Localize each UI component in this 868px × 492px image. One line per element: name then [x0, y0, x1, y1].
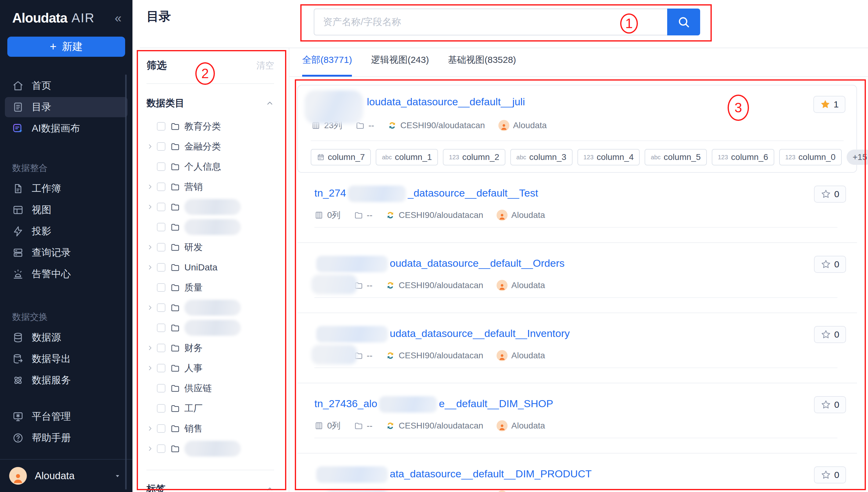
category-checkbox[interactable] — [157, 283, 166, 292]
sidebar-item-catalog[interactable]: 目录 — [5, 97, 128, 117]
sidebar-item-alert-center[interactable]: 告警中心 — [5, 264, 128, 284]
column-tag-label: column_0 — [798, 152, 835, 162]
category-tree-row[interactable] — [147, 439, 274, 459]
column-tag[interactable]: 123column_0 — [779, 149, 842, 166]
category-checkbox[interactable] — [157, 142, 166, 151]
sidebar-item-home[interactable]: 首页 — [5, 76, 128, 96]
category-tree-row[interactable] — [147, 197, 274, 217]
category-tree-row[interactable]: 销售 — [147, 418, 274, 439]
column-tag[interactable]: 123column_6 — [712, 149, 774, 166]
category-tree-row[interactable]: 个人信息 — [147, 156, 274, 177]
chevron-right-icon[interactable] — [147, 244, 154, 251]
category-tree-row[interactable]: 质量 — [147, 277, 274, 298]
column-tag-label: column_7 — [328, 152, 365, 162]
category-tree-row[interactable]: 供应链 — [147, 378, 274, 398]
category-checkbox[interactable] — [157, 122, 166, 131]
category-tree-row[interactable]: 工厂 — [147, 398, 274, 418]
category-checkbox[interactable] — [157, 182, 166, 191]
column-tag[interactable]: abccolumn_3 — [510, 149, 573, 166]
category-tree-row[interactable]: 教育分类 — [147, 116, 274, 137]
sidebar-item-datasource[interactable]: 数据源 — [5, 327, 128, 348]
chevron-right-icon[interactable] — [147, 425, 154, 432]
search-input[interactable] — [314, 8, 667, 35]
category-checkbox[interactable] — [157, 243, 166, 251]
chevron-right-icon[interactable] — [147, 264, 154, 271]
favorite-button[interactable]: 0 — [814, 256, 846, 273]
redacted-text — [316, 256, 388, 272]
sidebar-collapse-icon[interactable]: « — [115, 12, 122, 24]
tab-1[interactable]: 逻辑视图(243) — [371, 54, 429, 77]
chevron-right-icon[interactable] — [147, 364, 154, 372]
folder-path: -- — [354, 421, 373, 430]
tab-0[interactable]: 全部(83771) — [302, 54, 352, 77]
filter-clear-button[interactable]: 清空 — [256, 59, 274, 72]
category-tree-row[interactable] — [147, 318, 274, 338]
category-checkbox[interactable] — [157, 303, 166, 312]
new-button[interactable]: + 新建 — [7, 36, 125, 57]
category-tree-row[interactable]: UniData — [147, 257, 274, 277]
category-checkbox[interactable] — [157, 384, 166, 393]
asset-title-link[interactable]: oudata_datasource__default__Orders — [314, 256, 565, 272]
category-tree-row[interactable]: 金融分类 — [147, 137, 274, 156]
sidebar-item-ai-canvas[interactable]: AI数据画布 — [5, 118, 128, 139]
column-tag[interactable]: column_7 — [311, 149, 371, 166]
asset-title-link[interactable]: udata_datasource__default__Inventory — [314, 326, 570, 342]
category-tree-row[interactable] — [147, 217, 274, 237]
sidebar-item-view[interactable]: 视图 — [5, 200, 128, 220]
chevron-right-icon[interactable] — [147, 183, 154, 191]
column-tag[interactable]: 123column_4 — [577, 149, 640, 166]
more-tags-badge[interactable]: +15 — [847, 150, 868, 165]
favorite-button[interactable]: 0 — [814, 396, 846, 413]
sidebar-item-query-log[interactable]: 查询记录 — [5, 243, 128, 263]
category-tree-row[interactable]: 研发 — [147, 237, 274, 257]
asset-title-link[interactable]: tn_274_datasource__default__Test — [314, 186, 538, 202]
favorite-button[interactable]: 0 — [814, 186, 846, 203]
chevron-right-icon[interactable] — [147, 445, 154, 452]
star-icon — [821, 470, 831, 480]
asset-title-link[interactable]: ata_datasource__default__DIM_PRODUCT — [314, 466, 592, 483]
sidebar-item-help[interactable]: 帮助手册 — [5, 428, 128, 448]
sidebar-item-platform[interactable]: 平台管理 — [5, 407, 128, 427]
category-checkbox[interactable] — [157, 404, 166, 413]
category-checkbox[interactable] — [157, 344, 166, 352]
category-checkbox[interactable] — [157, 223, 166, 231]
favorite-button[interactable]: 0 — [814, 326, 846, 343]
column-tag-label: column_6 — [731, 152, 768, 162]
column-tag[interactable]: 123column_2 — [443, 149, 505, 166]
category-tree-row[interactable]: 人事 — [147, 358, 274, 378]
column-tag[interactable]: abccolumn_1 — [376, 149, 438, 166]
user-menu[interactable]: Aloudata — [0, 460, 132, 492]
chevron-up-icon[interactable] — [266, 99, 274, 107]
owner-avatar — [497, 420, 507, 431]
category-tree-row[interactable]: 财务 — [147, 338, 274, 358]
category-label: 财务 — [184, 342, 203, 354]
favorite-button[interactable]: 0 — [814, 466, 846, 484]
sidebar-item-workbook[interactable]: 工作簿 — [5, 178, 128, 199]
category-checkbox[interactable] — [157, 163, 166, 171]
sidebar-item-data-service[interactable]: 数据服务 — [5, 370, 128, 390]
category-tree-row[interactable] — [147, 298, 274, 318]
sidebar-item-projection[interactable]: 投影 — [5, 221, 128, 241]
favorite-button[interactable]: 1 — [813, 96, 845, 113]
category-checkbox[interactable] — [157, 263, 166, 272]
chevron-right-icon[interactable] — [147, 143, 154, 150]
chevron-right-icon[interactable] — [147, 304, 154, 311]
category-checkbox[interactable] — [157, 424, 166, 433]
datasource-path: CESHI90/aloudatacan — [386, 210, 483, 220]
column-tag-label: column_1 — [395, 152, 432, 162]
category-checkbox[interactable] — [157, 364, 166, 372]
chevron-up-icon[interactable] — [266, 485, 274, 492]
sidebar-item-data-export[interactable]: 数据导出 — [5, 349, 128, 369]
column-tag[interactable]: abccolumn_5 — [645, 149, 707, 166]
asset-title-link[interactable]: loudata_datasource__default__juli — [367, 96, 525, 108]
tab-2[interactable]: 基础视图(83528) — [448, 54, 516, 77]
category-tree-row[interactable]: 营销 — [147, 177, 274, 197]
category-checkbox[interactable] — [157, 203, 166, 211]
search-button[interactable] — [667, 8, 700, 35]
asset-title-link[interactable]: tn_27436_aloe__default__DIM_SHOP — [314, 396, 553, 413]
category-checkbox[interactable] — [157, 323, 166, 332]
sidebar-scrollbar[interactable] — [125, 74, 127, 490]
chevron-right-icon[interactable] — [147, 344, 154, 352]
chevron-right-icon[interactable] — [147, 203, 154, 211]
category-checkbox[interactable] — [157, 444, 166, 453]
